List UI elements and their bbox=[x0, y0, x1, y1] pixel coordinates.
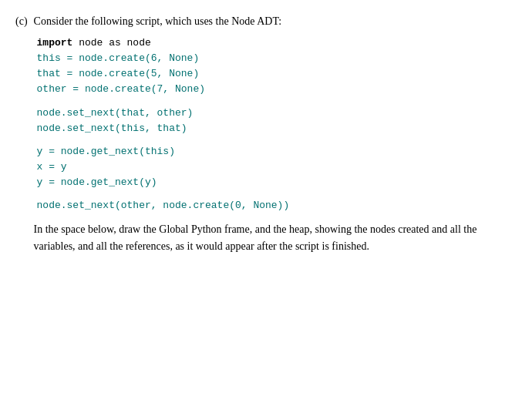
code-line: y = node.get_next(y) bbox=[37, 175, 509, 190]
code-block: import node as nodethis = node.create(6,… bbox=[34, 35, 509, 213]
code-line: import node as node bbox=[37, 35, 509, 51]
code-blank-line bbox=[37, 136, 509, 144]
code-line: other = node.create(7, None) bbox=[37, 82, 509, 97]
draw-area bbox=[34, 263, 509, 401]
code-line: this = node.create(6, None) bbox=[37, 51, 509, 66]
code-line: node.set_next(other, node.create(0, None… bbox=[37, 198, 509, 213]
question-content: Consider the following script, which use… bbox=[34, 15, 509, 401]
question-part-c: (c) Consider the following script, which… bbox=[15, 15, 509, 401]
question-text: In the space below, draw the Global Pyth… bbox=[34, 221, 509, 254]
code-blank-line bbox=[37, 190, 509, 198]
code-line: node.set_next(that, other) bbox=[37, 106, 509, 121]
code-blank-line bbox=[37, 98, 509, 106]
code-line: that = node.create(5, None) bbox=[37, 66, 509, 82]
question-intro: Consider the following script, which use… bbox=[34, 15, 509, 28]
code-line: x = y bbox=[37, 159, 509, 175]
part-label: (c) bbox=[15, 15, 28, 401]
code-line: y = node.get_next(this) bbox=[37, 144, 509, 159]
code-line: node.set_next(this, that) bbox=[37, 121, 509, 136]
